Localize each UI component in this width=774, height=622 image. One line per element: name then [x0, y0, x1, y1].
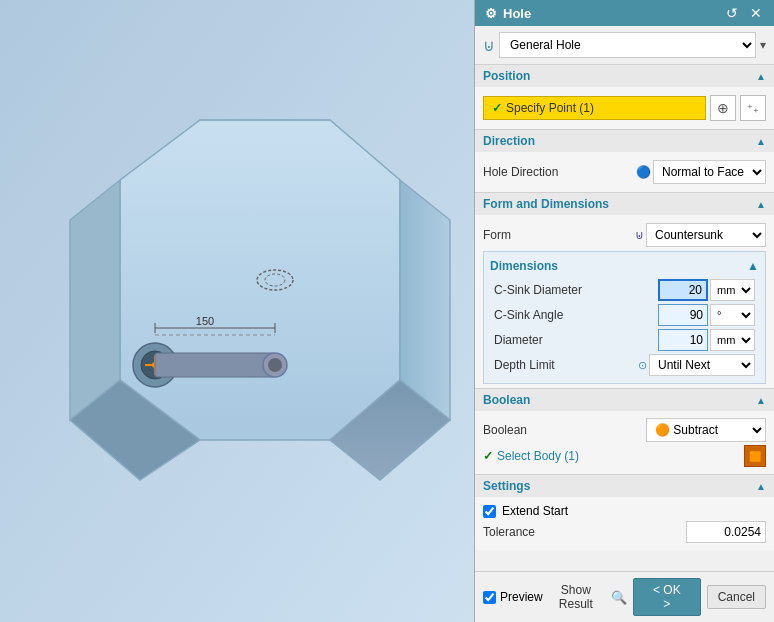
settings-section-content: Extend Start Tolerance 0.0254 — [475, 497, 774, 550]
diameter-input[interactable] — [658, 329, 708, 351]
form-dimensions-section-content: Form ⊍ Countersunk Simple Counterbored T… — [475, 215, 774, 388]
add-point-button[interactable]: ⁺₊ — [740, 95, 766, 121]
boolean-select[interactable]: 🟠 Subtract None — [646, 418, 766, 442]
boolean-dropdown-group: 🟠 Subtract None — [646, 418, 766, 442]
form-select[interactable]: Countersunk Simple Counterbored Tapered — [646, 223, 766, 247]
gear-icon: ⚙ — [485, 6, 497, 21]
boolean-field-label: Boolean — [483, 423, 527, 437]
svg-marker-4 — [70, 180, 120, 420]
svg-rect-14 — [155, 353, 275, 377]
specify-point-label: Specify Point (1) — [506, 101, 594, 115]
boolean-row: Boolean 🟠 Subtract None — [483, 418, 766, 442]
show-result-icon: 🔍 — [611, 590, 627, 605]
form-icon: ⊍ — [635, 228, 644, 242]
direction-section-content: Hole Direction 🔵 Normal to Face Along Ve… — [475, 152, 774, 192]
direction-face-icon: 🔵 — [636, 165, 651, 179]
form-dimensions-section-header[interactable]: Form and Dimensions ▲ — [475, 192, 774, 215]
depth-limit-icon: ⊙ — [638, 359, 647, 372]
hole-direction-row: Hole Direction 🔵 Normal to Face Along Ve… — [483, 160, 766, 184]
csink-angle-inputs: ° rad — [658, 304, 755, 326]
panel-header: ⚙ Hole ↺ ✕ — [475, 0, 774, 26]
settings-section-header[interactable]: Settings ▲ — [475, 474, 774, 497]
panel-title: Hole — [503, 6, 531, 21]
specify-point-row: ✓ Specify Point (1) ⊕ ⁺₊ — [483, 95, 766, 121]
panel-footer: Preview Show Result 🔍 < OK > Cancel — [475, 571, 774, 622]
diameter-label: Diameter — [494, 333, 658, 347]
svg-point-16 — [268, 358, 282, 372]
panel-header-title-group: ⚙ Hole — [485, 6, 531, 21]
form-label: Form — [483, 228, 563, 242]
direction-chevron: ▲ — [756, 136, 766, 147]
position-chevron: ▲ — [756, 71, 766, 82]
close-button[interactable]: ✕ — [748, 5, 764, 21]
refresh-button[interactable]: ↺ — [724, 5, 740, 21]
depth-limit-row: Depth Limit ⊙ Until Next Through Body Va… — [490, 354, 759, 376]
footer-buttons: Show Result 🔍 < OK > Cancel — [543, 578, 766, 616]
direction-select[interactable]: Normal to Face Along Vector Along X Axis — [653, 160, 766, 184]
ok-button[interactable]: < OK > — [633, 578, 701, 616]
form-dropdown-group: ⊍ Countersunk Simple Counterbored Tapere… — [635, 223, 766, 247]
csink-angle-row: C-Sink Angle ° rad — [490, 304, 759, 326]
svg-text:150: 150 — [196, 315, 214, 327]
csink-diameter-label: C-Sink Diameter — [494, 283, 658, 297]
select-body-row: ✓ Select Body (1) 🟧 — [483, 445, 766, 467]
extend-start-row: Extend Start — [483, 504, 766, 518]
boolean-section-header[interactable]: Boolean ▲ — [475, 388, 774, 411]
depth-limit-label: Depth Limit — [494, 358, 638, 372]
csink-angle-input[interactable] — [658, 304, 708, 326]
select-body-label-group: ✓ Select Body (1) — [483, 449, 579, 463]
extend-start-checkbox[interactable] — [483, 505, 496, 518]
csink-diameter-unit[interactable]: mm in — [710, 279, 755, 301]
position-section-header[interactable]: Position ▲ — [475, 64, 774, 87]
tolerance-input[interactable]: 0.0254 — [686, 521, 766, 543]
boolean-chevron: ▲ — [756, 395, 766, 406]
boolean-section-content: Boolean 🟠 Subtract None ✓ Select Body (1… — [475, 411, 774, 474]
depth-limit-select[interactable]: Until Next Through Body Value Until Sele… — [649, 354, 755, 376]
position-label: Position — [483, 69, 530, 83]
form-dimensions-chevron: ▲ — [756, 199, 766, 210]
hole-type-select[interactable]: General Hole Drill Size Hole Screw Clear… — [499, 32, 756, 58]
dimensions-chevron: ▲ — [747, 259, 759, 273]
tolerance-row: Tolerance 0.0254 — [483, 521, 766, 543]
settings-label: Settings — [483, 479, 530, 493]
preview-checkbox[interactable] — [483, 591, 496, 604]
preview-row: Preview — [483, 590, 543, 604]
form-dimensions-label: Form and Dimensions — [483, 197, 609, 211]
direction-section-header[interactable]: Direction ▲ — [475, 129, 774, 152]
diameter-unit[interactable]: mm in — [710, 329, 755, 351]
dimensions-sub-header[interactable]: Dimensions ▲ — [490, 256, 759, 276]
specify-check-icon: ✓ — [492, 101, 502, 115]
diameter-row: Diameter mm in — [490, 329, 759, 351]
panel-header-controls: ↺ ✕ — [724, 5, 764, 21]
hole-direction-label: Hole Direction — [483, 165, 558, 179]
svg-marker-1 — [120, 120, 400, 440]
hole-type-icon: ⊍ — [483, 36, 495, 55]
settings-chevron: ▲ — [756, 481, 766, 492]
csink-diameter-row: C-Sink Diameter 20 mm in — [490, 279, 759, 301]
specify-point-button[interactable]: ✓ Specify Point (1) — [483, 96, 706, 120]
dropdown-arrow: ▾ — [760, 38, 766, 52]
extend-start-label: Extend Start — [502, 504, 568, 518]
position-section-content: ✓ Specify Point (1) ⊕ ⁺₊ — [475, 87, 774, 129]
direction-label: Direction — [483, 134, 535, 148]
preview-label: Preview — [500, 590, 543, 604]
point-capture-button[interactable]: ⊕ — [710, 95, 736, 121]
depth-limit-dropdown-group: ⊙ Until Next Through Body Value Until Se… — [638, 354, 755, 376]
dimensions-subsection: Dimensions ▲ C-Sink Diameter 20 mm in C-… — [483, 251, 766, 384]
direction-dropdown-group: 🔵 Normal to Face Along Vector Along X Ax… — [636, 160, 766, 184]
body-icon: 🟧 — [744, 445, 766, 467]
3d-viewport: 150 — [0, 0, 474, 622]
dimensions-sub-label: Dimensions — [490, 259, 558, 273]
csink-diameter-inputs: 20 mm in — [658, 279, 755, 301]
form-row: Form ⊍ Countersunk Simple Counterbored T… — [483, 223, 766, 247]
cancel-button[interactable]: Cancel — [707, 585, 766, 609]
select-body-text: Select Body (1) — [497, 449, 579, 463]
csink-angle-unit[interactable]: ° rad — [710, 304, 755, 326]
show-result-label: Show Result — [543, 583, 609, 611]
show-result-button[interactable]: Show Result 🔍 — [543, 583, 627, 611]
boolean-label: Boolean — [483, 393, 530, 407]
select-body-check-icon: ✓ — [483, 449, 493, 463]
hole-panel: ⚙ Hole ↺ ✕ ⊍ General Hole Drill Size Hol… — [474, 0, 774, 622]
csink-diameter-input[interactable]: 20 — [658, 279, 708, 301]
tolerance-label: Tolerance — [483, 525, 535, 539]
